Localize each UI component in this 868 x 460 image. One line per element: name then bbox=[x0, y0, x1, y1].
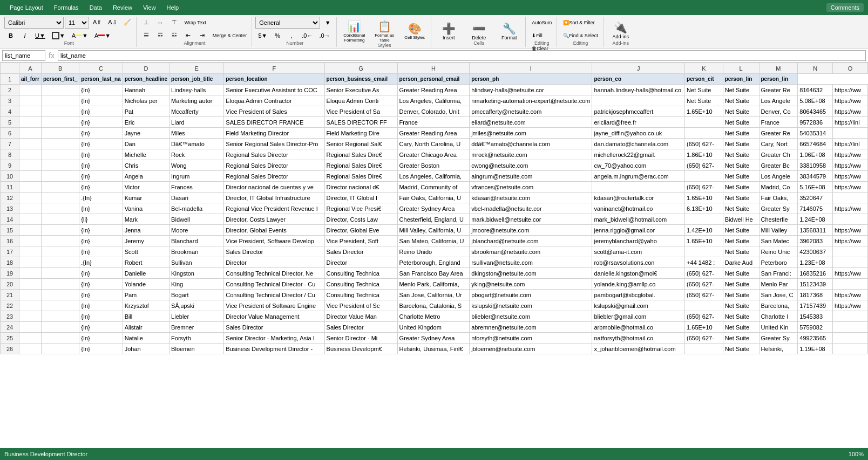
cell-G-2[interactable]: Senior Executive As bbox=[324, 85, 397, 95]
cell-D-5[interactable]: Eric bbox=[123, 117, 169, 128]
cell-J-26[interactable]: x_johanbloemen@hotmail.com bbox=[592, 344, 685, 354]
cell-K-6[interactable] bbox=[685, 128, 723, 139]
cell-N-6[interactable]: 54035314 bbox=[798, 128, 833, 139]
cell-L-8[interactable]: Net Suite bbox=[723, 149, 759, 160]
cell-I-7[interactable]: ddâ€™amato@channela.com bbox=[470, 139, 592, 149]
number-format-select[interactable]: General bbox=[255, 17, 320, 29]
cell-H-19[interactable]: San Francisco Bay Area bbox=[397, 268, 470, 279]
cell-J-25[interactable]: natforsyth@hotmail.co bbox=[592, 333, 685, 344]
cell-I-26[interactable]: jbloemen@netsuite.com bbox=[470, 344, 592, 354]
cell-G-23[interactable]: Director Value Man bbox=[324, 311, 397, 322]
cell-N-4[interactable]: 80643465 bbox=[798, 106, 833, 117]
cell-A-26[interactable] bbox=[19, 344, 42, 354]
cell-A-6[interactable] bbox=[19, 128, 42, 139]
cell-O-23[interactable] bbox=[833, 311, 868, 322]
table-row[interactable]: 9{In}ChrisWongRegional Sales DirectorReg… bbox=[1, 160, 868, 171]
cell-L-2[interactable]: Net Suite bbox=[723, 85, 759, 95]
cell-L-4[interactable]: Net Suite bbox=[723, 106, 759, 117]
cell-O-13[interactable]: https://ww bbox=[833, 203, 868, 214]
cell-A-14[interactable] bbox=[19, 214, 42, 225]
cell-J-24[interactable]: arbmobile@hotmail.co bbox=[592, 322, 685, 333]
cell-N-23[interactable]: 1545383 bbox=[798, 311, 833, 322]
tab-help[interactable]: Help bbox=[161, 2, 185, 13]
cell-E-21[interactable]: Bogart bbox=[169, 290, 224, 300]
cell-C-10[interactable]: {In} bbox=[79, 171, 123, 182]
cell-A-10[interactable] bbox=[19, 171, 42, 182]
cell-E-17[interactable]: Brookman bbox=[169, 246, 224, 257]
cell-O-15[interactable]: https://ww bbox=[833, 225, 868, 236]
cell-F-15[interactable]: Director, Global Events bbox=[224, 225, 324, 236]
cell-E-7[interactable]: Dâ€™amato bbox=[169, 139, 224, 149]
cell-F-7[interactable]: Senior Regional Sales Director-Pro bbox=[224, 139, 324, 149]
cell-M-15[interactable]: Mill Valley bbox=[759, 225, 798, 236]
cell-F-8[interactable]: Regional Sales Director bbox=[224, 149, 324, 160]
cell-N-14[interactable]: 1.24E+08 bbox=[798, 214, 833, 225]
cell-M-6[interactable]: Greater Re bbox=[759, 128, 798, 139]
cell-F-21[interactable]: Consulting Technical Director / Cu bbox=[224, 290, 324, 300]
spreadsheet-container[interactable]: A B C D E F G H I J K L M N O 1 ail_forr… bbox=[0, 63, 868, 458]
cell-L-16[interactable]: Net Suite bbox=[723, 236, 759, 246]
table-row[interactable]: 13{In}VaninaBel-madellaRegional Vice Pre… bbox=[1, 203, 868, 214]
cell-J-9[interactable]: cw_70@yahoo.com bbox=[592, 160, 685, 171]
cell-B-16[interactable] bbox=[41, 236, 79, 246]
cell-B-20[interactable] bbox=[41, 279, 79, 290]
cell-O-20[interactable] bbox=[833, 279, 868, 290]
cell-H-25[interactable]: Greater Sydney Area bbox=[397, 333, 470, 344]
cell-L-17[interactable]: Net Suite bbox=[723, 246, 759, 257]
cell-G-16[interactable]: Vice President, Soft bbox=[324, 236, 397, 246]
cell-M-5[interactable]: France bbox=[759, 117, 798, 128]
cell-G-4[interactable]: Vice President of Sa bbox=[324, 106, 397, 117]
cell-C-13[interactable]: {In} bbox=[79, 203, 123, 214]
col-header-J[interactable]: J bbox=[592, 63, 685, 74]
cell-L-20[interactable]: Net Suite bbox=[723, 279, 759, 290]
cell-B-6[interactable] bbox=[41, 128, 79, 139]
cell-G-22[interactable]: Vice President of Sc bbox=[324, 300, 397, 311]
cell-O-2[interactable]: https://ww bbox=[833, 85, 868, 95]
cell-G-3[interactable]: Eloqua Admin Conti bbox=[324, 95, 397, 106]
cell-B-23[interactable] bbox=[41, 311, 79, 322]
align-bottom-button[interactable]: ⊤ bbox=[168, 17, 181, 29]
cell-I-12[interactable]: kdasari@netsuite.com bbox=[470, 193, 592, 203]
cell-L-23[interactable]: Net Suite bbox=[723, 311, 759, 322]
cell-H-16[interactable]: San Mateo, California, U bbox=[397, 236, 470, 246]
cell-I-20[interactable]: yking@netsuite.com bbox=[470, 279, 592, 290]
cell-O-16[interactable]: https://ww bbox=[833, 236, 868, 246]
tab-formulas[interactable]: Formulas bbox=[49, 2, 84, 13]
cell-M-18[interactable]: Peterboro bbox=[759, 257, 798, 268]
cell-G-21[interactable]: Consulting Technica bbox=[324, 290, 397, 300]
cell-K-13[interactable]: 6.13E+10 bbox=[685, 203, 723, 214]
cell-G-13[interactable]: Regional Vice Presi€ bbox=[324, 203, 397, 214]
cell-K-5[interactable] bbox=[685, 117, 723, 128]
cell-A-22[interactable] bbox=[19, 300, 42, 311]
cell-D-18[interactable]: Robert bbox=[123, 257, 169, 268]
comments-button[interactable]: Comments bbox=[826, 3, 864, 12]
cell-D-16[interactable]: Jeremy bbox=[123, 236, 169, 246]
accounting-button[interactable]: $▼ bbox=[255, 30, 270, 42]
cell-B-19[interactable] bbox=[41, 268, 79, 279]
cell-N-17[interactable]: 42300637 bbox=[798, 246, 833, 257]
cell-H-7[interactable]: Cary, North Carolina, U bbox=[397, 139, 470, 149]
cell-M-21[interactable]: San Jose, C bbox=[759, 290, 798, 300]
table-row[interactable]: 16{In}JeremyBlanchardVice President, Sof… bbox=[1, 236, 868, 246]
cell-C-2[interactable]: {In} bbox=[79, 85, 123, 95]
cell-F-18[interactable]: Director bbox=[224, 257, 324, 268]
cell-D-8[interactable]: Michelle bbox=[123, 149, 169, 160]
cell-A-20[interactable] bbox=[19, 279, 42, 290]
cell-M-26[interactable]: Helsinki, bbox=[759, 344, 798, 354]
cell-I-6[interactable]: jmiles@netsuite.com bbox=[470, 128, 592, 139]
cell-M-13[interactable]: Greater Sy bbox=[759, 203, 798, 214]
cell-F-13[interactable]: Regional Vice President Revenue I bbox=[224, 203, 324, 214]
cell-N-26[interactable]: 1.19E+08 bbox=[798, 344, 833, 354]
align-right-button[interactable]: ☳ bbox=[168, 30, 181, 42]
cell-A-15[interactable] bbox=[19, 225, 42, 236]
cell-O-22[interactable]: https://ww bbox=[833, 300, 868, 311]
cell-D-6[interactable]: Jayne bbox=[123, 128, 169, 139]
cell-N-8[interactable]: 1.06E+08 bbox=[798, 149, 833, 160]
col-header-C[interactable]: C bbox=[79, 63, 123, 74]
cell-M-24[interactable]: United Kin bbox=[759, 322, 798, 333]
sort-filter-button[interactable]: 🔽 Sort & Filter bbox=[560, 17, 598, 29]
cell-C-19[interactable]: {In} bbox=[79, 268, 123, 279]
cell-M-23[interactable]: Charlotte I bbox=[759, 311, 798, 322]
col-header-D[interactable]: D bbox=[123, 63, 169, 74]
cell-M-25[interactable]: Greater Sy bbox=[759, 333, 798, 344]
